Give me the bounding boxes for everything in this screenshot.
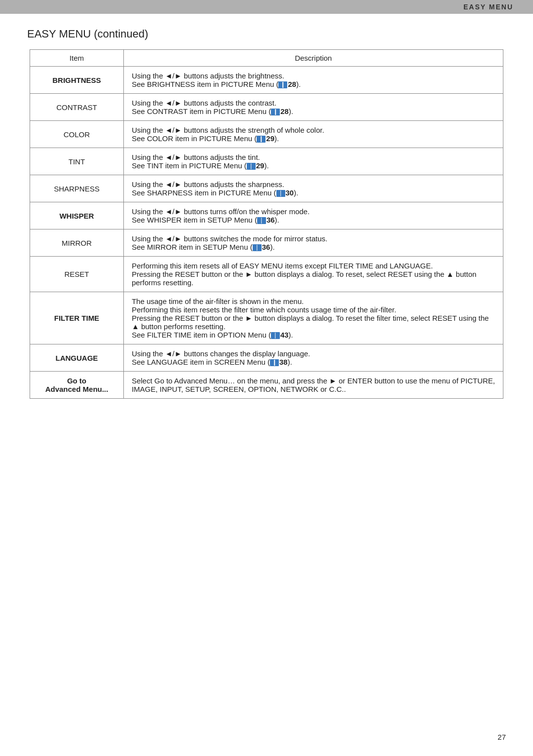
table-cell-desc: Select Go to Advanced Menu… on the menu,… [123,372,503,399]
table-row: COLORUsing the ◄/► buttons adjusts the s… [30,121,503,148]
table-header-row: Item Description [30,50,503,67]
page-ref-number: 43 [280,331,289,339]
page-ref-number: 30 [286,189,294,197]
table-cell-desc: The usage time of the air-filter is show… [123,292,503,344]
table-cell-item: RESET [30,257,124,292]
table-cell-item: SHARPNESS [30,175,124,202]
table-cell-desc: Using the ◄/► buttons adjusts the sharpn… [123,175,503,202]
item-label: SHARPNESS [54,185,100,193]
table-cell-item: COLOR [30,121,124,148]
item-label: BRIGHTNESS [52,76,101,84]
page-ref-number: 38 [279,358,288,366]
book-icon [270,359,279,366]
table-cell-item: Go toAdvanced Menu... [30,372,124,399]
table-body: BRIGHTNESSUsing the ◄/► buttons adjusts … [30,67,503,399]
item-label: CONTRAST [56,103,97,112]
page-ref-number: 36 [262,243,270,251]
table-row: LANGUAGEUsing the ◄/► buttons changes th… [30,344,503,372]
footer-page-number: 27 [497,733,506,741]
book-icon [257,136,266,143]
table-cell-desc: Using the ◄/► buttons adjusts the bright… [123,67,503,94]
table-cell-desc: Performing this item resets all of EASY … [123,257,503,292]
book-icon [257,217,266,224]
table-cell-item: MIRROR [30,229,124,257]
book-icon [271,332,280,339]
main-table: Item Description BRIGHTNESSUsing the ◄/►… [30,49,503,399]
header-label: EASY MENU [463,3,513,11]
table-row: MIRRORUsing the ◄/► buttons switches the… [30,229,503,257]
item-label: WHISPER [59,212,94,220]
item-label: FILTER TIME [54,314,99,322]
page-ref-number: 36 [266,216,275,224]
table-cell-item: LANGUAGE [30,344,124,372]
table-row: CONTRASTUsing the ◄/► buttons adjusts th… [30,94,503,121]
table-cell-desc: Using the ◄/► buttons adjusts the contra… [123,94,503,121]
page-ref-number: 29 [266,134,274,143]
item-label: Go toAdvanced Menu... [45,377,109,393]
table-cell-item: FILTER TIME [30,292,124,344]
table-cell-desc: Using the ◄/► buttons adjusts the streng… [123,121,503,148]
book-icon [276,190,285,197]
table-cell-desc: Using the ◄/► buttons switches the mode … [123,229,503,257]
page-ref-number: 29 [256,161,265,170]
page-ref-number: 28 [280,107,289,115]
item-label: COLOR [64,130,90,139]
page-title: EASY MENU (continued) [27,28,533,40]
table-row: SHARPNESSUsing the ◄/► buttons adjusts t… [30,175,503,202]
table-row: BRIGHTNESSUsing the ◄/► buttons adjusts … [30,67,503,94]
page-ref-number: 28 [288,80,296,88]
page-wrapper: EASY MENU EASY MENU (continued) Item Des… [0,0,533,756]
table-row: WHISPERUsing the ◄/► buttons turns off/o… [30,202,503,229]
table-cell-desc: Using the ◄/► buttons turns off/on the w… [123,202,503,229]
table-cell-desc: Using the ◄/► buttons changes the displa… [123,344,503,372]
book-icon [247,163,256,170]
book-icon [253,244,262,251]
book-icon [271,109,280,115]
item-label: RESET [64,270,89,278]
table-cell-desc: Using the ◄/► buttons adjusts the tint.S… [123,148,503,175]
table-row: TINTUsing the ◄/► buttons adjusts the ti… [30,148,503,175]
table-cell-item: WHISPER [30,202,124,229]
item-label: MIRROR [62,239,92,247]
header-bar: EASY MENU [0,0,533,14]
book-icon [278,81,287,88]
item-label: LANGUAGE [56,354,98,362]
table-cell-item: BRIGHTNESS [30,67,124,94]
col-desc-header: Description [123,50,503,67]
table-row: FILTER TIMEThe usage time of the air-fil… [30,292,503,344]
item-label: TINT [69,157,85,166]
col-item-header: Item [30,50,124,67]
table-row: RESETPerforming this item resets all of … [30,257,503,292]
table-row: Go toAdvanced Menu...Select Go to Advanc… [30,372,503,399]
table-cell-item: TINT [30,148,124,175]
table-cell-item: CONTRAST [30,94,124,121]
